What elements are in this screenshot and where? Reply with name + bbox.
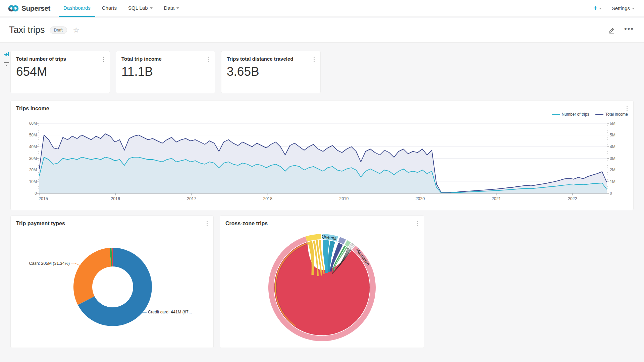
kebab-menu-icon[interactable]	[206, 55, 212, 63]
svg-text:30M: 30M	[29, 156, 37, 161]
filter-list-icon[interactable]	[3, 62, 9, 66]
page-title: Taxi trips	[9, 25, 45, 35]
svg-text:4M: 4M	[610, 144, 615, 149]
new-item-button[interactable]: +	[593, 4, 602, 12]
expand-filter-bar-icon[interactable]	[3, 52, 9, 57]
dashboard-content: Total number of trips 654M Total trip in…	[0, 43, 644, 362]
favorite-star-icon[interactable]: ☆	[73, 26, 79, 34]
kpi-card-trip-income: Total trip income 11.1B	[116, 51, 215, 93]
nav-tab-label: Data	[164, 5, 175, 11]
superset-brand[interactable]: Superset	[8, 4, 50, 12]
nav-right-actions: + Settings	[593, 4, 635, 12]
settings-menu[interactable]: Settings	[612, 5, 635, 11]
settings-label: Settings	[612, 5, 630, 11]
kpi-title: Total trip income	[121, 56, 162, 62]
nav-tab-label: SQL Lab	[128, 5, 148, 11]
svg-text:0: 0	[610, 191, 612, 196]
kpi-title: Total number of trips	[16, 56, 66, 62]
main-nav-tabs: Dashboards Charts SQL Lab Data	[58, 0, 185, 17]
nav-tab-data[interactable]: Data	[159, 0, 184, 17]
kpi-title: Trips total distance traveled	[227, 56, 293, 62]
nav-tab-label: Dashboards	[63, 5, 91, 11]
chevron-down-icon	[632, 8, 635, 9]
status-badge: Draft	[50, 26, 67, 34]
nav-tab-dashboards[interactable]: Dashboards	[59, 0, 95, 17]
dashboard-header: Taxi trips Draft ☆ •••	[0, 18, 644, 43]
filter-rail	[2, 52, 11, 66]
payment-types-card: Trip payment types Cash: 205M (31.34%) C…	[10, 216, 214, 348]
svg-text:1M: 1M	[610, 179, 615, 184]
kebab-menu-icon[interactable]	[311, 55, 317, 63]
payment-types-donut	[11, 216, 213, 348]
nav-tab-label: Charts	[102, 5, 117, 11]
kpi-card-total-trips: Total number of trips 654M	[10, 51, 110, 93]
svg-text:5M: 5M	[610, 133, 615, 137]
trips-income-chart: 0010M1M20M2M30M3M40M4M50M5M60M6M20152016…	[11, 101, 633, 210]
svg-text:2M: 2M	[610, 168, 615, 172]
donut-callout-cash: Cash: 205M (31.34%)	[23, 261, 70, 266]
svg-text:40M: 40M	[29, 144, 37, 149]
svg-text:20M: 20M	[29, 168, 37, 172]
nav-tab-sql-lab[interactable]: SQL Lab	[123, 0, 157, 17]
donut-slice	[73, 248, 111, 305]
svg-text:2019: 2019	[339, 196, 349, 201]
more-options-icon[interactable]: •••	[624, 29, 634, 32]
chord-label-queens: Queens	[321, 234, 336, 241]
plus-icon: +	[593, 4, 597, 12]
svg-text:2021: 2021	[492, 196, 501, 201]
header-actions: •••	[608, 26, 634, 34]
cross-zone-trips-card: Cross-zone trips QueensManhattan	[220, 216, 424, 348]
superset-logo-icon	[8, 5, 19, 12]
kebab-menu-icon[interactable]	[100, 55, 106, 63]
svg-text:2017: 2017	[187, 196, 196, 201]
svg-text:6M: 6M	[610, 121, 615, 126]
svg-text:2018: 2018	[263, 196, 272, 201]
edit-pencil-icon[interactable]	[608, 26, 615, 34]
cross-zone-chord-diagram: QueensManhattan	[220, 216, 424, 348]
brand-name: Superset	[21, 4, 50, 12]
svg-text:60M: 60M	[29, 121, 37, 126]
svg-text:2015: 2015	[39, 196, 48, 201]
chevron-down-icon	[599, 8, 602, 9]
svg-text:2022: 2022	[568, 196, 577, 201]
top-navbar: Superset Dashboards Charts SQL Lab Data …	[0, 0, 644, 17]
donut-callout-credit-card: Credit card: 441M (67...	[148, 310, 212, 314]
svg-text:10M: 10M	[29, 179, 37, 184]
svg-text:2016: 2016	[111, 196, 120, 201]
kpi-card-distance: Trips total distance traveled 3.65B	[221, 51, 321, 93]
chevron-down-icon	[176, 7, 179, 9]
trips-income-card: Trips income Number of trips Total incom…	[10, 101, 634, 210]
kpi-value: 3.65B	[227, 65, 259, 79]
svg-text:3M: 3M	[610, 156, 615, 161]
svg-text:2020: 2020	[416, 196, 425, 201]
chevron-down-icon	[150, 7, 153, 9]
svg-text:0: 0	[35, 191, 37, 196]
svg-text:50M: 50M	[29, 133, 37, 137]
nav-tab-charts[interactable]: Charts	[97, 0, 121, 17]
kpi-value: 654M	[16, 65, 47, 79]
kpi-value: 11.1B	[121, 65, 153, 79]
